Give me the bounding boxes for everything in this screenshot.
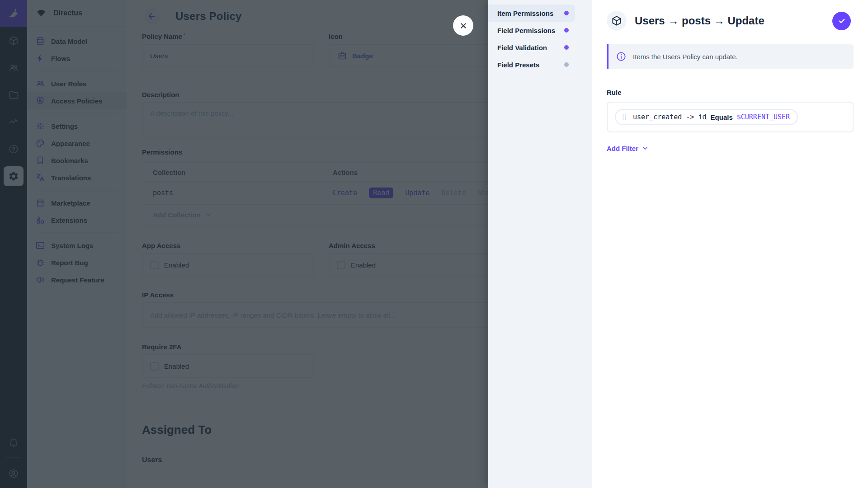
filter-field-path[interactable]: user_created -> id bbox=[633, 113, 707, 121]
tab-field-validation[interactable]: Field Validation bbox=[488, 39, 575, 56]
info-notice: Items the Users Policy can update. bbox=[607, 44, 854, 69]
notice-text: Items the Users Policy can update. bbox=[633, 53, 738, 61]
tab-item-permissions[interactable]: Item Permissions bbox=[488, 5, 575, 22]
cube-icon bbox=[607, 11, 627, 31]
drawer-close-button[interactable] bbox=[453, 15, 473, 36]
status-dot-purple bbox=[564, 11, 569, 15]
permissions-drawer: Item Permissions Field Permissions Field… bbox=[488, 0, 868, 488]
drag-handle-icon[interactable] bbox=[620, 113, 629, 122]
tab-label: Item Permissions bbox=[497, 9, 553, 17]
drawer-header: Users → posts → Update bbox=[607, 11, 854, 31]
save-button[interactable] bbox=[832, 12, 851, 30]
add-filter-button[interactable]: Add Filter bbox=[607, 144, 649, 152]
drawer-title: Users → posts → Update bbox=[635, 14, 764, 27]
tab-field-permissions[interactable]: Field Permissions bbox=[488, 22, 575, 39]
filter-operator[interactable]: Equals bbox=[711, 113, 733, 121]
chevron-down-icon bbox=[641, 144, 649, 152]
drawer-main: Users → posts → Update Items the Users P… bbox=[592, 0, 868, 488]
check-icon bbox=[837, 16, 847, 26]
tab-field-presets[interactable]: Field Presets bbox=[488, 56, 575, 73]
close-icon bbox=[458, 21, 468, 31]
filter-value[interactable]: $CURRENT_USER bbox=[737, 113, 790, 121]
info-icon bbox=[616, 51, 627, 62]
drawer-tab-list: Item Permissions Field Permissions Field… bbox=[488, 0, 592, 488]
tab-label: Field Validation bbox=[497, 44, 547, 52]
tab-label: Field Permissions bbox=[497, 27, 555, 34]
status-dot-purple bbox=[564, 45, 569, 50]
rule-box: user_created -> id Equals $CURRENT_USER bbox=[607, 102, 854, 132]
tab-label: Field Presets bbox=[497, 61, 539, 69]
status-dot-purple bbox=[564, 28, 569, 33]
rule-label: Rule bbox=[607, 89, 854, 96]
filter-pill[interactable]: user_created -> id Equals $CURRENT_USER bbox=[615, 109, 798, 125]
status-dot-gray bbox=[564, 62, 569, 67]
